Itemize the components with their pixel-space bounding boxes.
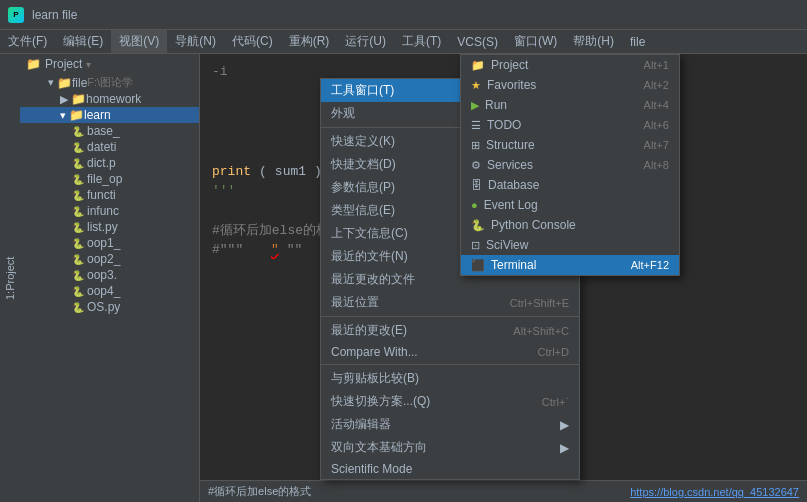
shortcut: Ctrl+` [542,396,569,408]
shortcut: Alt+Shift+C [513,325,569,337]
menu-item-help[interactable]: 帮助(H) [565,30,622,53]
dropdown-arrow[interactable]: ▾ [86,59,91,70]
shortcut: Alt+4 [644,99,669,111]
menu-item-run[interactable]: 运行(U) [337,30,394,53]
tree-file-dateti[interactable]: 🐍dateti [20,139,199,155]
services-icon: ⚙ [471,159,481,172]
tree-file-oop2_[interactable]: 🐍oop2_ [20,251,199,267]
shortcut: Alt+1 [644,59,669,71]
shortcut: Ctrl+D [538,346,569,358]
tools-item-label: SciView [486,238,528,252]
tree-file-oop3[interactable]: 🐍oop3. [20,267,199,283]
menu-item-vcs[interactable]: VCS(S) [449,30,506,53]
func: print [212,162,251,182]
shortcut: Ctrl+Shift+E [510,297,569,309]
tools-item-label: Services [487,158,533,172]
tree-file-file_op[interactable]: 🐍file_op [20,171,199,187]
project-tab-label[interactable]: 1:Project [0,54,20,502]
tree-root[interactable]: ▾📁 file F:\图论学 [20,74,199,91]
menu-item-view[interactable]: 视图(V) [111,30,167,53]
terminal-icon: ⬛ [471,259,485,272]
tools-menu-item-structure[interactable]: ⊞StructureAlt+7 [461,135,679,155]
database-icon: 🗄 [471,179,482,191]
tools-item-label: Python Console [491,218,576,232]
tools-menu-item-project[interactable]: 📁ProjectAlt+1 [461,55,679,75]
var: sum1 [275,162,306,182]
tools-item-label: Structure [486,138,535,152]
tree-file-infunc[interactable]: 🐍infunc [20,203,199,219]
menu-item-navigate[interactable]: 导航(N) [167,30,224,53]
view-menu-item[interactable]: 活动编辑器▶ [321,413,579,436]
tools-menu-item-sciview[interactable]: ⊡SciView [461,235,679,255]
folder-icon: 📁 [471,59,485,72]
file-tree: ▾📁 file F:\图论学▶📁 homework▾📁 learn🐍base_🐍… [20,74,199,315]
view-menu-item[interactable]: 与剪贴板比较(B) [321,367,579,390]
view-menu-item[interactable]: Scientific Mode [321,459,579,479]
view-menu-item[interactable]: 最近位置Ctrl+Shift+E [321,291,579,314]
tree-file-functi[interactable]: 🐍functi [20,187,199,203]
menu-item-edit[interactable]: 编辑(E) [55,30,111,53]
python-icon: 🐍 [471,219,485,232]
tools-item-label: Database [488,178,539,192]
tools-menu-item-services[interactable]: ⚙ServicesAlt+8 [461,155,679,175]
eventlog-icon: ● [471,199,478,211]
tools-menu-item-terminal[interactable]: ⬛TerminalAlt+F12 [461,255,679,275]
tools-item-label: TODO [487,118,521,132]
tools-menu-item-run[interactable]: ▶RunAlt+4 [461,95,679,115]
star-icon: ★ [471,79,481,92]
separator [321,364,579,365]
sidebar-inner: 1:Project 📁 Project ▾ ▾📁 file F:\图论学▶📁 h… [0,54,199,502]
menu-item-code[interactable]: 代码(C) [224,30,281,53]
tools-menu-item-database[interactable]: 🗄Database [461,175,679,195]
status-url[interactable]: https://blog.csdn.net/qq_45132647 [630,486,799,498]
tools-item-label: Favorites [487,78,536,92]
tools-submenu: 📁ProjectAlt+1★FavoritesAlt+2▶RunAlt+4☰TO… [460,54,680,276]
comment3b: "" [287,242,303,257]
shortcut: Alt+2 [644,79,669,91]
tree-file-listpy[interactable]: 🐍list.py [20,219,199,235]
tools-item-label: Event Log [484,198,538,212]
tools-menu-item-todo[interactable]: ☰TODOAlt+6 [461,115,679,135]
tools-menu-item-eventlog[interactable]: ●Event Log [461,195,679,215]
view-menu-item[interactable]: Compare With...Ctrl+D [321,342,579,362]
tools-menu-item-pythonconsole[interactable]: 🐍Python Console [461,215,679,235]
shortcut: Alt+7 [644,139,669,151]
tree-learn[interactable]: ▾📁 learn [20,107,199,123]
comment-text: -i [212,62,228,82]
triple-quote: ''' [212,181,235,201]
view-menu-item[interactable]: 双向文本基础方向▶ [321,436,579,459]
statusbar: #循环后加else的格式 https://blog.csdn.net/qq_45… [200,480,807,502]
shortcut: Alt+6 [644,119,669,131]
title-text: learn file [32,8,77,22]
comment3: #""" [212,242,243,257]
view-menu-item[interactable]: 快速切换方案...(Q)Ctrl+` [321,390,579,413]
tree-file-dictp[interactable]: 🐍dict.p [20,155,199,171]
status-text: #循环后加else的格式 [208,484,311,499]
paren: ( [259,162,267,182]
tools-item-label: Terminal [491,258,536,272]
squiggle: " [271,242,279,257]
tree-file-oop1_[interactable]: 🐍oop1_ [20,235,199,251]
tree-file-oop4_[interactable]: 🐍oop4_ [20,283,199,299]
structure-icon: ⊞ [471,139,480,152]
view-menu-item[interactable]: 最近的更改(E)Alt+Shift+C [321,319,579,342]
submenu-arrow: ▶ [560,441,569,455]
project-panel: 📁 Project ▾ ▾📁 file F:\图论学▶📁 homework▾📁 … [20,54,199,502]
folder-icon: 📁 [26,57,41,71]
tree-homework[interactable]: ▶📁 homework [20,91,199,107]
sciview-icon: ⊡ [471,239,480,252]
tree-file-OSpy[interactable]: 🐍OS.py [20,299,199,315]
tools-item-label: Project [491,58,528,72]
tree-file-base_[interactable]: 🐍base_ [20,123,199,139]
separator [321,316,579,317]
project-title: Project [45,57,82,71]
app-logo: P [8,7,24,23]
menu-item-refactor[interactable]: 重构(R) [281,30,338,53]
tools-menu-item-favorites[interactable]: ★FavoritesAlt+2 [461,75,679,95]
menu-item-file[interactable]: 文件(F) [0,30,55,53]
menu-item-file2[interactable]: file [622,30,653,53]
menu-item-tools[interactable]: 工具(T) [394,30,449,53]
menu-item-window[interactable]: 窗口(W) [506,30,565,53]
main-area: 1:Project 📁 Project ▾ ▾📁 file F:\图论学▶📁 h… [0,54,807,502]
titlebar: P learn file [0,0,807,30]
